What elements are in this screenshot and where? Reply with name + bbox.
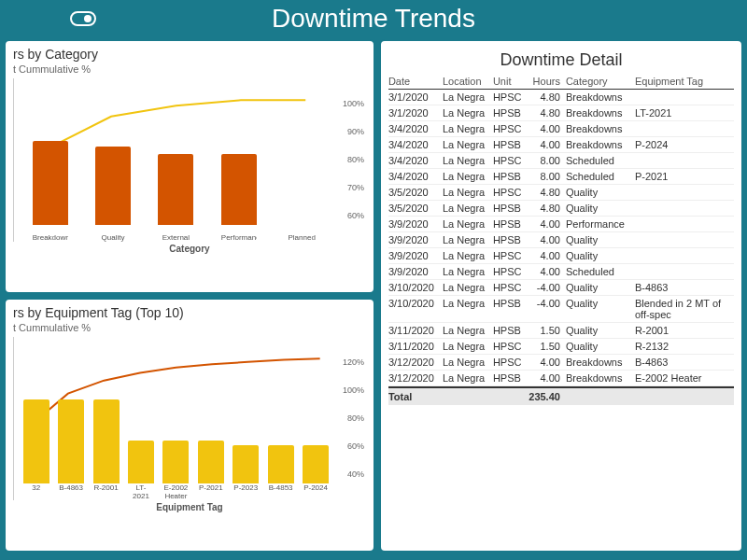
bar[interactable] — [303, 445, 329, 483]
bar-label: Planned — [284, 233, 319, 242]
cell-unit: HPSB — [493, 325, 527, 336]
col-hours[interactable]: Hours — [527, 76, 566, 87]
bar[interactable] — [221, 154, 257, 225]
cell-unit: HPSB — [493, 298, 527, 320]
table-row[interactable]: 3/9/2020La NegraHPSB4.00Performance — [388, 217, 734, 232]
chart1-plot[interactable]: BreakdownsQualityExternalPerformancePlan… — [13, 78, 338, 242]
table-row[interactable]: 3/11/2020La NegraHPSC1.50QualityR-2132 — [388, 339, 734, 355]
cell-unit: HPSB — [493, 372, 527, 384]
cell-location: La Negra — [443, 91, 493, 103]
table-row[interactable]: 3/12/2020La NegraHPSC4.00BreakdownsB-486… — [388, 355, 734, 371]
bar[interactable] — [95, 147, 131, 225]
bar[interactable] — [58, 399, 84, 483]
chart1-area: BreakdownsQualityExternalPerformancePlan… — [13, 78, 366, 242]
table-row[interactable]: 3/4/2020La NegraHPSB8.00ScheduledP-2021 — [388, 169, 734, 185]
cell-tag: B-4863 — [635, 357, 734, 368]
left-column: rs by Category t Cummulative % Breakdown… — [4, 39, 375, 553]
table-row[interactable]: 3/10/2020La NegraHPSC-4.00QualityB-4863 — [388, 280, 734, 296]
col-date[interactable]: Date — [388, 76, 443, 87]
bar[interactable] — [162, 441, 189, 483]
detail-panel: Downtime Detail Date Location Unit Hours… — [379, 39, 743, 553]
cell-tag — [635, 187, 734, 198]
detail-header: Date Location Unit Hours Category Equipm… — [388, 76, 734, 90]
table-row[interactable]: 3/4/2020La NegraHPSB4.00BreakdownsP-2024 — [388, 137, 734, 153]
cell-unit: HPSB — [493, 218, 527, 230]
cell-hours: -4.00 — [527, 298, 566, 320]
cell-hours: 4.00 — [527, 250, 566, 261]
cell-category: Scheduled — [566, 171, 635, 182]
y-tick: 40% — [347, 469, 364, 479]
cell-category: Breakdowns — [566, 107, 635, 119]
cell-date: 3/1/2020 — [388, 107, 443, 119]
cell-date: 3/11/2020 — [388, 341, 443, 352]
cell-location: La Negra — [443, 139, 493, 150]
total-hours: 235.40 — [527, 391, 566, 402]
chart2-y2: 40%60%80%100%120% — [338, 337, 366, 500]
cell-hours: 8.00 — [527, 171, 566, 182]
cell-date: 3/4/2020 — [388, 155, 443, 166]
cell-date: 3/9/2020 — [388, 266, 443, 277]
cell-hours: 4.80 — [527, 107, 566, 119]
cell-date: 3/1/2020 — [388, 91, 443, 103]
bar[interactable] — [33, 141, 68, 225]
col-tag[interactable]: Equipment Tag — [635, 76, 734, 87]
cell-hours: -4.00 — [527, 282, 566, 293]
bar[interactable] — [128, 441, 154, 483]
header: Downtime Trends — [0, 0, 747, 39]
cell-hours: 4.80 — [527, 91, 566, 103]
content: rs by Category t Cummulative % Breakdown… — [0, 39, 747, 556]
cell-category: Quality — [566, 203, 635, 214]
cell-location: La Negra — [443, 107, 493, 119]
cell-unit: HPSB — [493, 203, 527, 214]
bar[interactable] — [198, 441, 224, 483]
table-row[interactable]: 3/4/2020La NegraHPSC8.00Scheduled — [388, 153, 734, 169]
bar[interactable] — [23, 399, 49, 483]
y-tick: 60% — [347, 441, 364, 451]
cell-hours: 4.00 — [527, 357, 566, 368]
cell-date: 3/11/2020 — [388, 325, 443, 336]
cell-tag: P-2024 — [635, 139, 734, 150]
detail-table[interactable]: Date Location Unit Hours Category Equipm… — [388, 76, 734, 545]
cell-tag: B-4863 — [635, 282, 734, 293]
cell-location: La Negra — [443, 250, 493, 261]
col-location[interactable]: Location — [443, 76, 493, 87]
bar-label: LT-2021 — [128, 483, 154, 500]
bar[interactable] — [268, 445, 294, 483]
col-unit[interactable]: Unit — [493, 76, 527, 87]
cell-unit: HPSB — [493, 234, 527, 245]
cell-tag: E-2002 Heater — [635, 372, 734, 384]
cell-date: 3/9/2020 — [388, 218, 443, 230]
bar[interactable] — [93, 399, 120, 483]
col-category[interactable]: Category — [566, 76, 635, 87]
y-tick: 80% — [347, 155, 364, 164]
table-row[interactable]: 3/9/2020La NegraHPSC4.00Scheduled — [388, 264, 734, 280]
chart2-plot[interactable]: 32B-4863R-2001LT-2021E-2002 HeaterP-2021… — [13, 337, 338, 500]
bar[interactable] — [233, 445, 259, 483]
cell-date: 3/5/2020 — [388, 203, 443, 214]
table-row[interactable]: 3/5/2020La NegraHPSB4.80Quality — [388, 201, 734, 217]
cell-date: 3/5/2020 — [388, 187, 443, 198]
cell-location: La Negra — [443, 203, 493, 214]
table-row[interactable]: 3/1/2020La NegraHPSC4.80Breakdowns — [388, 90, 734, 105]
chart2-title: rs by Equipment Tag (Top 10) — [13, 305, 366, 320]
table-row[interactable]: 3/10/2020La NegraHPSB-4.00QualityBlended… — [388, 296, 734, 323]
bar-label: P-2024 — [303, 483, 329, 500]
cell-unit: HPSB — [493, 139, 527, 150]
cell-date: 3/12/2020 — [388, 357, 443, 368]
y-tick: 90% — [347, 127, 364, 136]
table-row[interactable]: 3/11/2020La NegraHPSB1.50QualityR-2001 — [388, 323, 734, 339]
toggle-icon[interactable] — [70, 11, 96, 26]
table-row[interactable]: 3/12/2020La NegraHPSB4.00BreakdownsE-200… — [388, 371, 734, 386]
y-tick: 60% — [347, 211, 364, 220]
table-row[interactable]: 3/5/2020La NegraHPSC4.80Quality — [388, 185, 734, 201]
table-row[interactable]: 3/9/2020La NegraHPSB4.00Quality — [388, 232, 734, 248]
cell-location: La Negra — [443, 155, 493, 166]
chart2-xlabel: Equipment Tag — [13, 502, 366, 512]
cell-hours: 1.50 — [527, 341, 566, 352]
bar[interactable] — [158, 154, 193, 225]
cell-date: 3/9/2020 — [388, 250, 443, 261]
table-row[interactable]: 3/1/2020La NegraHPSB4.80BreakdownsLT-202… — [388, 105, 734, 121]
table-row[interactable]: 3/9/2020La NegraHPSC4.00Quality — [388, 248, 734, 264]
cell-category: Quality — [566, 250, 635, 261]
table-row[interactable]: 3/4/2020La NegraHPSC4.00Breakdowns — [388, 121, 734, 137]
